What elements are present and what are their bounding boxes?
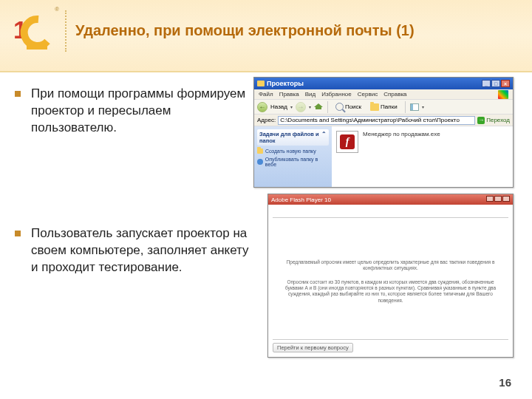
minimize-icon: _ bbox=[482, 80, 491, 87]
back-icon: ← bbox=[257, 102, 267, 112]
maximize-icon: □ bbox=[491, 80, 500, 87]
task-link: Создать новую папку bbox=[257, 149, 329, 154]
flash-icon: f bbox=[340, 134, 355, 149]
player-paragraph: Опросник состоит из 30 пунктов, в каждом… bbox=[280, 279, 501, 304]
minimize-icon bbox=[486, 196, 494, 202]
explorer-window-illustration: Проекторы _ □ × Файл Правка Вид Избранно… bbox=[253, 77, 514, 188]
logo-1c: 1 ® bbox=[10, 9, 55, 53]
address-label: Адрес: bbox=[257, 117, 276, 123]
window-controls bbox=[485, 196, 510, 203]
chevron-down-icon: ▾ bbox=[309, 104, 311, 109]
search-button: Поиск bbox=[332, 101, 364, 112]
toolbar: ← Назад ▾ → ▾ Поиск Папки ▾ bbox=[254, 100, 513, 115]
content-area: При помощи программы формируем проектор … bbox=[15, 86, 251, 276]
menu-item: Сервис bbox=[358, 91, 378, 98]
menu-item: Избранное bbox=[321, 91, 352, 98]
bullet-marker-icon bbox=[15, 91, 21, 97]
window-controls: _ □ × bbox=[482, 80, 510, 87]
back-label: Назад bbox=[270, 103, 287, 110]
bullet-marker-icon bbox=[15, 231, 21, 236]
forward-icon: → bbox=[296, 102, 306, 112]
chevron-down-icon: ▾ bbox=[422, 104, 424, 109]
title-separator bbox=[65, 10, 66, 52]
close-icon: × bbox=[501, 80, 510, 87]
chevron-down-icon: ▾ bbox=[290, 104, 293, 109]
player-titlebar: Adobe Flash Player 10 bbox=[268, 194, 513, 205]
up-icon bbox=[314, 103, 323, 111]
task-pane-header: Задачи для файлов и папок bbox=[259, 131, 321, 144]
bullet-text: При помощи программы формируем проектор … bbox=[31, 86, 251, 137]
windows-flag-icon bbox=[498, 90, 508, 99]
task-link: Опубликовать папку в вебе bbox=[257, 157, 329, 167]
file-name: Менеджер по продажам.exe bbox=[363, 131, 440, 183]
bullet-item: При помощи программы формируем проектор … bbox=[15, 86, 251, 137]
file-area: f Менеджер по продажам.exe bbox=[332, 126, 513, 187]
globe-icon bbox=[257, 159, 263, 165]
go-button: → Переход bbox=[477, 117, 510, 124]
folder-icon bbox=[257, 149, 263, 154]
menu-bar: Файл Правка Вид Избранное Сервис Справка bbox=[254, 89, 513, 100]
address-input bbox=[278, 116, 475, 125]
folder-icon bbox=[257, 81, 265, 86]
folder-icon bbox=[370, 103, 379, 111]
menu-item: Правка bbox=[279, 91, 299, 98]
bullet-text: Пользователь запускает проектор на своем… bbox=[31, 225, 251, 276]
menu-item: Файл bbox=[259, 91, 273, 98]
window-title-text: Проекторы bbox=[267, 80, 304, 87]
close-icon bbox=[502, 196, 510, 202]
player-window-illustration: Adobe Flash Player 10 Предлагаемый опрос… bbox=[267, 194, 514, 358]
player-paragraph: Предлагаемый опросник имеет целью опреде… bbox=[280, 259, 501, 272]
bullet-item: Пользователь запускает проектор на своем… bbox=[15, 225, 251, 276]
menu-item: Справка bbox=[383, 91, 406, 98]
collapse-icon: ⌃ bbox=[321, 131, 327, 144]
task-pane: Задачи для файлов и папок⌃ Создать новую… bbox=[254, 126, 332, 187]
go-arrow-icon: → bbox=[477, 117, 485, 124]
search-icon bbox=[335, 103, 344, 111]
player-next-button: Перейти к первому вопросу bbox=[273, 343, 353, 352]
window-titlebar: Проекторы _ □ × bbox=[254, 78, 513, 89]
views-icon bbox=[410, 103, 419, 111]
folders-button: Папки bbox=[367, 102, 400, 112]
slide-title: Удаленно, при помощи электронной почты (… bbox=[75, 22, 415, 39]
logo-reg: ® bbox=[55, 6, 59, 13]
address-bar: Адрес: → Переход bbox=[254, 115, 513, 126]
player-title-text: Adobe Flash Player 10 bbox=[271, 197, 331, 203]
maximize-icon bbox=[494, 196, 502, 202]
page-number: 16 bbox=[499, 376, 511, 389]
player-tab-bar bbox=[273, 209, 508, 218]
file-icon: f bbox=[336, 131, 358, 153]
menu-item: Вид bbox=[305, 91, 316, 98]
